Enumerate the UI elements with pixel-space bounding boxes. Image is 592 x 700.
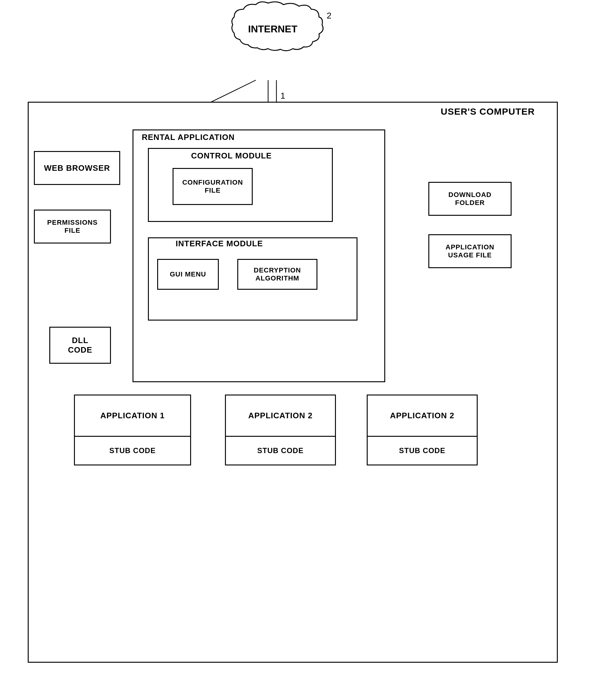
application-usage-file-label: APPLICATIONUSAGE FILE (446, 243, 494, 259)
permissions-file-box: PERMISSIONSFILE (34, 209, 111, 243)
rental-application-label: RENTAL APPLICATION (142, 133, 235, 142)
application-2-bottom: STUB CODE (226, 437, 335, 465)
internet-label: INTERNET (248, 24, 297, 35)
gui-menu-box: GUI MENU (157, 259, 219, 290)
web-browser-box: WEB BROWSER (34, 151, 120, 185)
application-2-top: APPLICATION 2 (226, 395, 335, 437)
users-computer-label: USER'S COMPUTER (441, 106, 535, 117)
application-2-title: APPLICATION 2 (248, 411, 313, 420)
dll-code-box: DLLCODE (49, 327, 111, 364)
decryption-algorithm-box: DECRYPTIONALGORITHM (237, 259, 317, 290)
application-3-bottom: STUB CODE (367, 437, 477, 465)
application-3-title: APPLICATION 2 (390, 411, 454, 420)
application-2-box: APPLICATION 2 STUB CODE (225, 394, 336, 465)
application-3-top: APPLICATION 2 (367, 395, 477, 437)
application-2-stub: STUB CODE (257, 446, 303, 455)
download-folder-box: DOWNLOADFOLDER (428, 182, 511, 216)
application-1-top: APPLICATION 1 (75, 395, 190, 437)
configuration-file-label: CONFIGURATIONFILE (182, 179, 243, 194)
application-1-box: APPLICATION 1 STUB CODE (74, 394, 191, 465)
gui-menu-label: GUI MENU (170, 270, 206, 278)
application-3-stub: STUB CODE (399, 446, 445, 455)
application-1-bottom: STUB CODE (75, 437, 190, 465)
download-folder-label: DOWNLOADFOLDER (448, 191, 492, 207)
web-browser-label: WEB BROWSER (44, 164, 110, 173)
application-1-title: APPLICATION 1 (100, 411, 165, 420)
application-usage-file-box: APPLICATIONUSAGE FILE (428, 234, 511, 268)
control-module-label: CONTROL MODULE (191, 151, 272, 160)
configuration-file-box: CONFIGURATIONFILE (172, 168, 253, 205)
num-2: 2 (327, 11, 332, 20)
diagram: INTERNET 2 1 (0, 0, 592, 700)
application-1-stub: STUB CODE (109, 446, 156, 455)
decryption-algorithm-label: DECRYPTIONALGORITHM (254, 266, 301, 282)
dll-code-label: DLLCODE (68, 336, 92, 355)
num-1: 1 (281, 91, 285, 100)
permissions-file-label: PERMISSIONSFILE (47, 219, 98, 235)
internet-cloud: INTERNET 2 (232, 2, 331, 51)
application-3-box: APPLICATION 2 STUB CODE (367, 394, 478, 465)
interface-module-label: INTERFACE MODULE (176, 239, 263, 248)
